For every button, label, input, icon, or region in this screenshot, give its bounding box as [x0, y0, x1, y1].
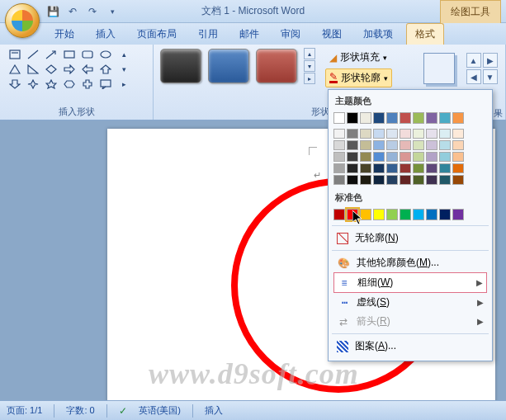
color-swatch[interactable] [452, 163, 464, 173]
color-swatch[interactable] [452, 175, 464, 185]
shape-diamond-icon[interactable] [43, 63, 59, 76]
tab-insert[interactable]: 插入 [87, 24, 124, 45]
color-swatch[interactable] [373, 112, 385, 124]
status-mode[interactable]: 插入 [205, 404, 223, 417]
color-swatch[interactable] [400, 129, 411, 139]
nudge-left-button[interactable]: ◀ [466, 69, 481, 84]
color-swatch[interactable] [386, 163, 398, 173]
arrows-item[interactable]: ⇄ 箭头(R) ▶ [333, 312, 487, 331]
color-swatch[interactable] [426, 175, 437, 185]
style-swatch-3[interactable] [256, 49, 297, 83]
color-swatch[interactable] [439, 112, 451, 124]
color-swatch[interactable] [360, 175, 371, 185]
shape-more2-icon[interactable]: ▾ [116, 63, 132, 76]
style-gallery-up-icon[interactable]: ▴ [304, 48, 315, 59]
color-swatch[interactable] [413, 112, 424, 124]
tab-pagelayout[interactable]: 页面布局 [129, 24, 185, 45]
shape-uarrow-icon[interactable] [97, 63, 114, 76]
color-swatch[interactable] [452, 209, 464, 220]
color-swatch[interactable] [439, 152, 451, 162]
color-swatch[interactable] [360, 140, 371, 150]
shape-fill-button[interactable]: ◢ 形状填充 ▾ [325, 48, 392, 67]
color-swatch[interactable] [439, 209, 451, 220]
color-swatch[interactable] [333, 175, 345, 185]
shape-plus-icon[interactable] [79, 78, 96, 91]
color-swatch[interactable] [360, 163, 371, 173]
color-swatch[interactable] [373, 175, 385, 185]
color-swatch[interactable] [400, 140, 411, 150]
color-swatch[interactable] [347, 175, 358, 185]
tab-references[interactable]: 引用 [190, 24, 226, 45]
color-swatch[interactable] [400, 175, 411, 185]
color-swatch[interactable] [373, 129, 385, 139]
color-swatch[interactable] [439, 163, 451, 173]
color-swatch[interactable] [426, 129, 437, 139]
color-swatch[interactable] [333, 152, 345, 162]
color-swatch[interactable] [373, 209, 385, 220]
color-swatch[interactable] [333, 163, 345, 173]
color-swatch[interactable] [426, 163, 437, 173]
tab-addins[interactable]: 加载项 [355, 24, 401, 45]
status-words[interactable]: 字数: 0 [66, 404, 94, 417]
color-swatch[interactable] [386, 140, 398, 150]
color-swatch[interactable] [413, 163, 424, 173]
color-swatch[interactable] [452, 140, 464, 150]
shapes-gallery[interactable]: ▴ ▾ ▸ [7, 48, 146, 91]
color-swatch[interactable] [333, 209, 345, 220]
color-swatch[interactable] [333, 129, 345, 139]
color-swatch[interactable] [386, 209, 398, 220]
office-button[interactable] [5, 3, 40, 38]
shadow-preview-icon[interactable] [423, 53, 455, 84]
color-swatch[interactable] [426, 140, 437, 150]
nudge-down-button[interactable]: ▼ [483, 69, 498, 84]
color-swatch[interactable] [386, 129, 398, 139]
color-swatch[interactable] [333, 140, 345, 150]
style-gallery-down-icon[interactable]: ▾ [304, 60, 315, 72]
tab-mailings[interactable]: 邮件 [231, 24, 267, 45]
color-swatch[interactable] [400, 152, 411, 162]
color-swatch[interactable] [333, 112, 345, 124]
color-swatch[interactable] [426, 152, 437, 162]
color-swatch[interactable] [360, 112, 371, 124]
shape-triangle-icon[interactable] [7, 63, 23, 76]
shape-rtriangle-icon[interactable] [25, 63, 41, 76]
color-swatch[interactable] [386, 175, 398, 185]
style-gallery[interactable]: ▴ ▾ ▸ [160, 48, 315, 84]
color-swatch[interactable] [373, 140, 385, 150]
shape-arrow-icon[interactable] [43, 48, 59, 61]
shape-hex-icon[interactable] [61, 78, 78, 91]
status-page[interactable]: 页面: 1/1 [7, 404, 42, 417]
color-swatch[interactable] [413, 175, 424, 185]
weight-item[interactable]: ≡ 粗细(W) ▶ [333, 272, 487, 293]
shape-darrow-icon[interactable] [7, 78, 23, 91]
color-swatch[interactable] [426, 209, 437, 220]
shape-star4-icon[interactable] [25, 78, 41, 91]
shape-rarrow-icon[interactable] [61, 63, 78, 76]
color-swatch[interactable] [439, 175, 451, 185]
shape-outline-button[interactable]: ✎ 形状轮廓 ▾ [325, 68, 392, 87]
nudge-up-button[interactable]: ▲ [466, 53, 481, 68]
tab-home[interactable]: 开始 [46, 24, 83, 45]
color-swatch[interactable] [400, 112, 411, 124]
color-swatch[interactable] [386, 112, 398, 124]
color-swatch[interactable] [347, 129, 358, 139]
color-swatch[interactable] [452, 112, 464, 124]
status-language[interactable]: 英语(美国) [139, 404, 181, 417]
shape-star5-icon[interactable] [43, 78, 59, 91]
color-swatch[interactable] [413, 140, 424, 150]
style-swatch-1[interactable] [160, 49, 201, 83]
pattern-item[interactable]: 图案(A)... [333, 337, 487, 356]
shape-line-icon[interactable] [25, 48, 41, 61]
color-swatch[interactable] [360, 129, 371, 139]
color-swatch[interactable] [439, 140, 451, 150]
nudge-right-button[interactable]: ▶ [483, 53, 498, 68]
color-swatch[interactable] [347, 152, 358, 162]
qat-more-button[interactable]: ▾ [104, 3, 121, 20]
shape-ellipse-icon[interactable] [97, 48, 114, 61]
shape-rect-icon[interactable] [61, 48, 78, 61]
color-swatch[interactable] [373, 163, 385, 173]
color-swatch[interactable] [439, 129, 451, 139]
color-swatch[interactable] [413, 152, 424, 162]
color-swatch[interactable] [426, 112, 437, 124]
color-swatch[interactable] [400, 163, 411, 173]
